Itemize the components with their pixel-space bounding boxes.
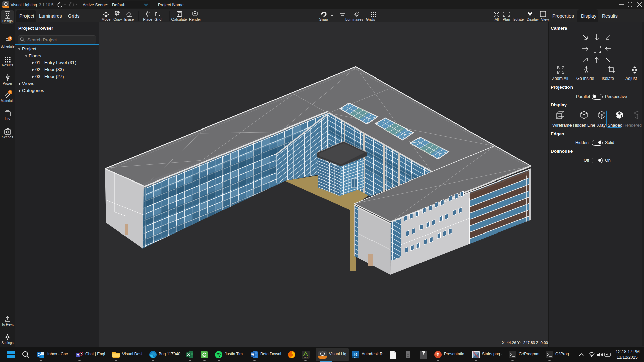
svg-text:R: R (354, 352, 357, 357)
svg-text:RVT: RVT (354, 357, 357, 358)
svg-text:P: P (437, 353, 439, 357)
svg-text:X: 44.26 Y: -247.83 Z: 0.00: X: 44.26 Y: -247.83 Z: 0.00 (502, 341, 548, 345)
svg-text:T: T (77, 354, 79, 357)
svg-text:2023: 2023 (304, 356, 307, 358)
